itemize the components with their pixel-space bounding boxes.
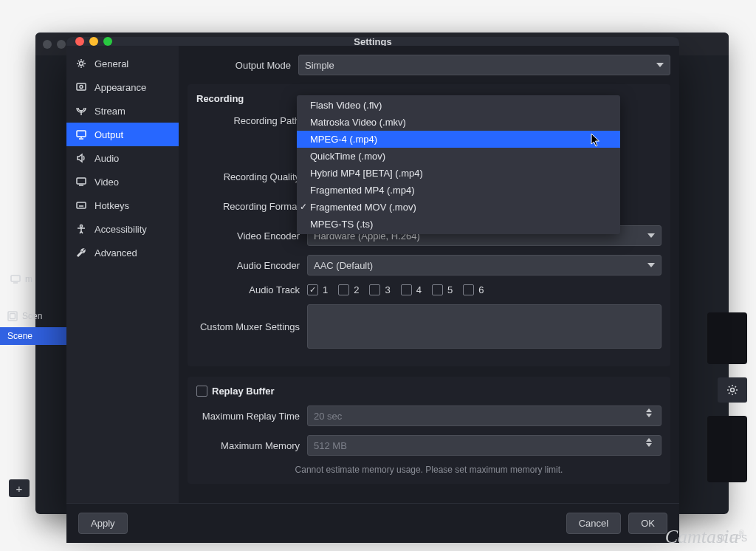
settings-body: General Appearance Stream Output Audio V… (66, 46, 679, 503)
video-encoder-label: Video Encoder (196, 230, 307, 242)
format-opt-fmp4[interactable]: Fragmented MP4 (.mp4) (297, 182, 620, 199)
svg-rect-0 (11, 276, 20, 281)
settings-footer: Apply Cancel OK (66, 503, 679, 543)
recording-format-dropdown[interactable]: Flash Video (.flv) Matroska Video (.mkv)… (297, 95, 620, 234)
output-icon (75, 129, 87, 140)
checkbox-icon (432, 284, 443, 295)
svg-rect-11 (77, 202, 86, 208)
app-left-partial: m Scen Scene (0, 270, 71, 499)
svg-point-5 (80, 62, 83, 66)
track-4[interactable]: 4 (401, 284, 422, 295)
cancel-button[interactable]: Cancel (566, 513, 621, 534)
format-opt-fmov[interactable]: Fragmented MOV (.mov) (297, 199, 620, 216)
audio-encoder-value: AAC (Default) (314, 260, 373, 271)
sidebar-item-accessibility[interactable]: Accessibility (66, 217, 179, 241)
track-6[interactable]: 6 (463, 284, 484, 295)
sidebar-item-output[interactable]: Output (66, 123, 179, 146)
max-memory-value: 512 MB (314, 440, 347, 451)
track-2[interactable]: 2 (338, 284, 359, 295)
scenes-icon (7, 311, 18, 321)
track-label: 1 (323, 284, 328, 295)
format-opt-hybrid[interactable]: Hybrid MP4 [BETA] (.mp4) (297, 165, 620, 182)
svg-rect-3 (10, 314, 16, 319)
scenes-header: Scen (0, 305, 71, 327)
svg-rect-9 (77, 178, 86, 184)
format-opt-mkv[interactable]: Matroska Video (.mkv) (297, 114, 620, 131)
format-opt-mp4[interactable]: MPEG-4 (.mp4) (297, 131, 620, 148)
checkbox-icon (307, 284, 318, 295)
format-opt-flv[interactable]: Flash Video (.flv) (297, 97, 620, 114)
sidebar-item-label: Appearance (94, 82, 146, 93)
max-replay-time-input[interactable]: 20 sec (307, 405, 662, 426)
replay-buffer-checkbox[interactable] (196, 386, 207, 397)
settings-titlebar: Settings (66, 37, 679, 46)
stepper-icon (646, 438, 656, 447)
output-mode-label: Output Mode (188, 60, 298, 71)
sidebar-item-label: Accessibility (94, 224, 147, 235)
output-mode-value: Simple (305, 60, 334, 71)
track-label: 6 (478, 284, 484, 295)
recording-quality-label: Recording Quality (196, 171, 307, 182)
traffic-dim-2 (57, 40, 66, 49)
max-memory-row: Maximum Memory 512 MB (196, 435, 662, 456)
chevron-down-icon (656, 63, 664, 67)
opt-label: Matroska Video (.mkv) (310, 117, 406, 128)
checkbox-icon (338, 284, 349, 295)
add-button[interactable] (9, 479, 30, 497)
sources-row: m (0, 270, 71, 289)
sidebar-item-video[interactable]: Video (66, 170, 179, 194)
sidebar-item-label: Advanced (94, 247, 137, 259)
accessibility-icon (75, 223, 87, 235)
sidebar-item-label: General (94, 58, 128, 69)
replay-note: Cannot estimate memory usage. Please set… (196, 465, 662, 475)
speaker-icon (75, 152, 87, 164)
max-memory-label: Maximum Memory (196, 440, 307, 451)
track-1[interactable]: 1 (307, 284, 328, 295)
sidebar-item-hotkeys[interactable]: Hotkeys (66, 194, 179, 217)
audio-track-row: Audio Track 1 2 3 4 5 6 (196, 284, 662, 295)
settings-window: Settings General Appearance Stream Outpu… (66, 37, 679, 505)
sidebar-item-advanced[interactable]: Advanced (66, 241, 179, 264)
gear-button[interactable] (718, 377, 747, 403)
settings-sidebar: General Appearance Stream Output Audio V… (66, 46, 179, 503)
cursor-icon (591, 133, 601, 150)
gear-icon (726, 384, 738, 396)
keyboard-icon (75, 199, 87, 211)
sidebar-item-general[interactable]: General (66, 52, 179, 75)
sidebar-item-label: Video (94, 177, 119, 188)
format-opt-mov[interactable]: QuickTime (.mov) (297, 148, 620, 165)
apply-button[interactable]: Apply (78, 513, 128, 534)
max-memory-input[interactable]: 512 MB (307, 435, 662, 456)
scenes-label: Scen (22, 311, 42, 321)
checkbox-icon (401, 284, 412, 295)
recording-format-label: Recording Format (196, 201, 307, 212)
custom-muxer-input[interactable] (307, 304, 662, 349)
track-label: 2 (354, 284, 359, 295)
wrench-icon (75, 247, 87, 259)
checkbox-icon (463, 284, 474, 295)
format-opt-ts[interactable]: MPEG-TS (.ts) (297, 216, 620, 233)
max-replay-time-value: 20 sec (314, 411, 342, 422)
audio-encoder-select[interactable]: AAC (Default) (307, 255, 662, 276)
settings-content: Output Mode Simple Recording Recording P… (179, 46, 679, 503)
output-mode-select[interactable]: Simple (298, 55, 670, 75)
sidebar-item-appearance[interactable]: Appearance (66, 75, 179, 99)
ok-button[interactable]: OK (628, 513, 667, 534)
sidebar-item-label: Output (94, 129, 123, 140)
replay-title: Replay Buffer (212, 386, 275, 397)
svg-rect-8 (77, 131, 86, 137)
track-5[interactable]: 5 (432, 284, 453, 295)
source-label: m (25, 274, 32, 284)
svg-point-17 (80, 225, 82, 227)
sidebar-item-audio[interactable]: Audio (66, 146, 179, 170)
checkbox-icon (369, 284, 380, 295)
track-3[interactable]: 3 (369, 284, 390, 295)
scene-item[interactable]: Scene (0, 327, 71, 345)
chevron-down-icon (647, 263, 655, 267)
sidebar-item-stream[interactable]: Stream (66, 99, 179, 123)
gear-icon (75, 58, 87, 69)
opt-label: Flash Video (.flv) (310, 100, 382, 111)
output-mode-row: Output Mode Simple (188, 55, 670, 75)
monitor-icon (75, 176, 87, 188)
opt-label: Fragmented MOV (.mov) (310, 202, 416, 213)
